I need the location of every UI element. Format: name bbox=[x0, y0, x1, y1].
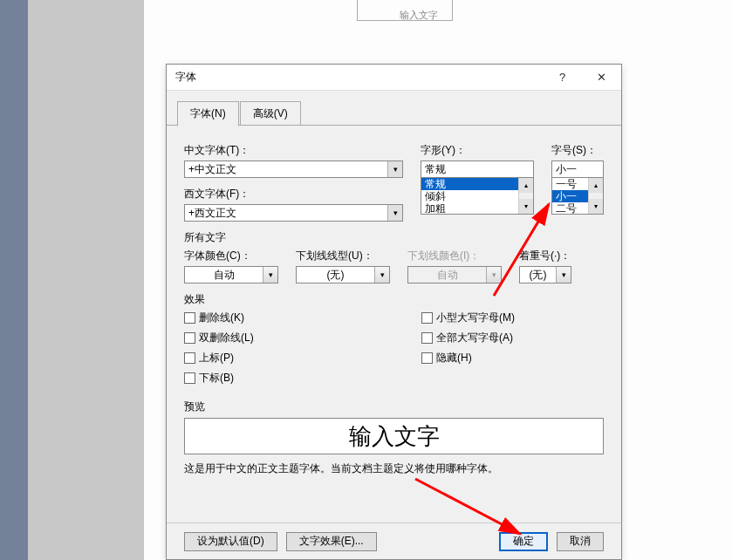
scrollbar[interactable]: ▴ ▾ bbox=[518, 178, 533, 214]
western-font-input[interactable] bbox=[185, 207, 387, 219]
tab-font[interactable]: 字体(N) bbox=[177, 101, 239, 126]
set-default-button[interactable]: 设为默认值(D) bbox=[184, 532, 277, 551]
small-caps-checkbox[interactable]: 小型大写字母(M) bbox=[421, 311, 515, 325]
doc-placeholder: 输入文字 bbox=[400, 9, 438, 22]
preview-box: 输入文字 bbox=[184, 418, 604, 454]
font-size-input[interactable] bbox=[552, 163, 690, 175]
preview-label: 预览 bbox=[184, 400, 604, 414]
tab-advanced[interactable]: 高级(V) bbox=[240, 101, 301, 126]
list-item[interactable]: 倾斜 bbox=[421, 190, 533, 202]
all-text-label: 所有文字 bbox=[184, 230, 604, 245]
chinese-font-combo[interactable]: ▾ bbox=[184, 160, 403, 178]
dialog-content: 中文字体(T)： ▾ 西文字体(F)： ▾ 字形(Y)： 常规 倾 bbox=[167, 126, 621, 485]
font-style-combo[interactable] bbox=[421, 160, 534, 178]
scroll-up-icon[interactable]: ▴ bbox=[589, 178, 603, 193]
chevron-down-icon: ▾ bbox=[486, 267, 501, 283]
scroll-down-icon[interactable]: ▾ bbox=[519, 199, 533, 214]
scroll-up-icon[interactable]: ▴ bbox=[519, 178, 533, 193]
underline-style-label: 下划线线型(U)： bbox=[296, 249, 390, 263]
western-font-combo[interactable]: ▾ bbox=[184, 204, 403, 222]
help-button[interactable]: ? bbox=[543, 65, 582, 91]
chinese-font-label: 中文字体(T)： bbox=[184, 143, 403, 158]
western-font-label: 西文字体(F)： bbox=[184, 187, 403, 201]
chinese-font-input[interactable] bbox=[185, 163, 387, 175]
tab-strip: 字体(N) 高级(V) bbox=[167, 91, 621, 126]
font-color-label: 字体颜色(C)： bbox=[184, 249, 278, 263]
cancel-button[interactable]: 取消 bbox=[557, 532, 604, 551]
font-size-label: 字号(S)： bbox=[551, 143, 604, 158]
font-dialog: 字体 ? ✕ 字体(N) 高级(V) 中文字体(T)： ▾ 西文字体(F)： ▾ bbox=[166, 64, 622, 560]
close-button[interactable]: ✕ bbox=[582, 65, 621, 91]
emphasis-label: 着重号(·)： bbox=[519, 249, 571, 263]
text-effects-button[interactable]: 文字效果(E)... bbox=[286, 532, 377, 551]
chevron-down-icon[interactable]: ▾ bbox=[263, 267, 277, 283]
font-size-list[interactable]: 一号 小一 二号 ▴ ▾ bbox=[551, 178, 604, 215]
effects-label: 效果 bbox=[184, 292, 604, 307]
list-item[interactable]: 常规 bbox=[421, 178, 533, 190]
font-style-label: 字形(Y)： bbox=[421, 143, 534, 158]
ok-button[interactable]: 确定 bbox=[499, 532, 548, 551]
underline-color-dropdown: 自动 ▾ bbox=[407, 266, 502, 283]
titlebar: 字体 ? ✕ bbox=[167, 65, 621, 91]
button-bar: 设为默认值(D) 文字效果(E)... 确定 取消 bbox=[167, 522, 621, 559]
double-strike-checkbox[interactable]: 双删除线(L) bbox=[184, 331, 404, 345]
subscript-checkbox[interactable]: 下标(B) bbox=[184, 371, 404, 386]
scroll-down-icon[interactable]: ▾ bbox=[589, 199, 603, 214]
side-ruler bbox=[0, 0, 28, 560]
underline-color-label: 下划线颜色(I)： bbox=[407, 249, 502, 263]
font-color-dropdown[interactable]: 自动 ▾ bbox=[184, 266, 278, 283]
strike-checkbox[interactable]: 删除线(K) bbox=[184, 311, 404, 325]
font-style-list[interactable]: 常规 倾斜 加粗 ▴ ▾ bbox=[421, 178, 534, 215]
dialog-title: 字体 bbox=[175, 70, 543, 85]
underline-style-dropdown[interactable]: (无) ▾ bbox=[296, 266, 390, 283]
list-item[interactable]: 加粗 bbox=[421, 202, 533, 215]
chevron-down-icon[interactable]: ▾ bbox=[387, 161, 402, 177]
emphasis-dropdown[interactable]: (无) ▾ bbox=[519, 266, 571, 283]
chevron-down-icon[interactable]: ▾ bbox=[387, 205, 402, 221]
font-style-input[interactable] bbox=[421, 163, 559, 175]
chevron-down-icon[interactable]: ▾ bbox=[556, 267, 571, 283]
preview-note: 这是用于中文的正文主题字体。当前文档主题定义将使用哪种字体。 bbox=[184, 461, 604, 476]
font-size-combo[interactable] bbox=[551, 160, 604, 178]
chevron-down-icon[interactable]: ▾ bbox=[374, 267, 389, 283]
scrollbar[interactable]: ▴ ▾ bbox=[588, 178, 603, 214]
hidden-checkbox[interactable]: 隐藏(H) bbox=[421, 351, 515, 365]
all-caps-checkbox[interactable]: 全部大写字母(A) bbox=[421, 331, 515, 345]
superscript-checkbox[interactable]: 上标(P) bbox=[184, 351, 404, 365]
